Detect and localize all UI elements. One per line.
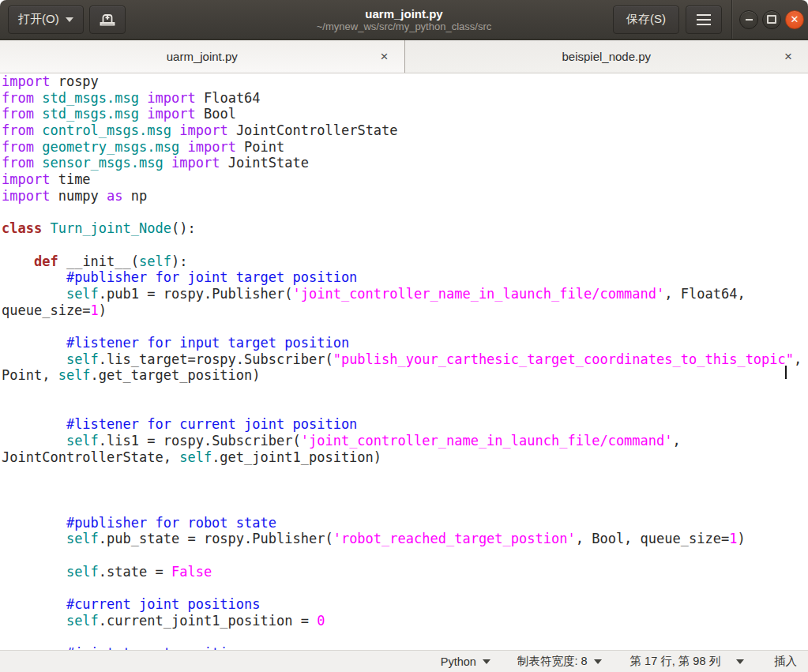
code-line[interactable] [2,384,808,400]
code-line[interactable]: Point, self.get_target_position) [2,367,808,384]
code-token [2,515,66,531]
code-line[interactable]: queue_size=1) [2,302,808,319]
code-line[interactable]: from sensor_msgs.msg import JointState [2,155,808,171]
code-token: self [66,564,99,580]
code-line[interactable]: #publisher for joint target position [2,269,808,286]
close-button[interactable]: ✕ [785,10,804,29]
chevron-down-icon [736,659,744,664]
code-line[interactable]: self.state = False [2,564,808,580]
code-token: 'robot_reached_target_postion' [333,531,576,546]
code-line[interactable] [2,482,808,498]
menu-button[interactable] [686,6,722,34]
code-token: .lis1 = rospy.Subscriber( [99,433,301,449]
open-button[interactable]: 打开(O) [8,6,84,34]
status-bar: Python 制表符宽度: 8 第 17 行, 第 98 列 插入 [0,650,808,672]
code-token: .pub_state = rospy.Publisher( [99,531,333,546]
code-line[interactable]: class Turn_joint_Node(): [2,220,808,237]
code-editor[interactable]: import rospyfrom std_msgs.msg import Flo… [0,73,808,650]
code-line[interactable]: self.current_joint1_position = 0 [2,613,808,629]
tab-width-selector[interactable]: 制表符宽度: 8 [517,654,602,669]
gedit-window: 打开(O) uarm_joint.py ~/mynew_ws/src/my_py… [0,0,808,672]
code-token: , Bool, queue_size= [576,531,729,546]
code-token: control_msgs.msg [42,122,171,138]
code-token: #listener for current joint position [66,416,357,432]
chevron-down-icon [483,659,490,664]
code-line[interactable]: JointControllerState, self.get_joint1_po… [2,449,808,466]
code-line[interactable]: #listener for current joint position [2,416,808,433]
code-line[interactable] [2,205,808,221]
code-token: geometry_msgs.msg [42,139,179,155]
code-token: , [794,351,802,367]
code-line[interactable] [2,318,808,335]
header-right-cluster: 保存(S) ✕ [613,0,808,39]
code-line[interactable]: #listener for input target position [2,335,808,351]
code-line[interactable] [2,237,808,253]
code-line[interactable]: import rospy [2,73,808,90]
code-line[interactable]: self.pub_state = rospy.Publisher('robot_… [2,531,808,547]
code-token: import [147,90,195,106]
code-token: import [187,139,235,155]
code-token [2,531,66,546]
code-token: sensor_msgs.msg [42,155,163,171]
code-token: Turn_joint_Node [50,220,171,236]
code-line[interactable]: self.lis_target=rospy.Subscriber("publis… [2,351,808,368]
cursor-position-label: 第 17 行, 第 98 列 [630,654,720,669]
code-line[interactable]: from std_msgs.msg import Bool [2,106,808,122]
code-line[interactable]: import numpy as np [2,188,808,205]
code-token [34,90,42,106]
code-line[interactable] [2,580,808,596]
minimize-button[interactable] [739,10,758,29]
code-token [34,106,42,122]
code-line[interactable]: self.lis1 = rospy.Subscriber('joint_cont… [2,433,808,449]
code-line[interactable]: self.pub1 = rospy.Publisher('joint_contr… [2,286,808,302]
code-token [34,155,42,171]
code-token: Float64 [196,90,261,106]
code-token: from [2,106,34,122]
language-selector[interactable]: Python [441,655,490,668]
code-token: from [2,122,34,138]
code-token: False [171,564,212,580]
tab-close-icon[interactable]: × [378,50,392,64]
cursor-position-button[interactable]: 第 17 行, 第 98 列 [630,654,744,669]
tab-close-icon[interactable]: × [781,50,795,64]
code-line[interactable] [2,547,808,564]
tab-beispiel-node[interactable]: beispiel_node.py × [404,40,808,73]
code-token: queue_size= [2,302,91,318]
maximize-button[interactable] [762,10,781,29]
save-button[interactable]: 保存(S) [613,6,679,34]
chevron-down-icon [66,17,73,22]
code-token: JointControllerState [228,122,398,138]
code-token: .get_joint1_position) [212,449,381,465]
code-token: 'joint_controller_name_in_launch_file/co… [301,433,673,449]
close-icon: ✕ [791,14,799,24]
code-token: class [2,220,42,236]
window-title: uarm_joint.py [365,7,442,21]
insert-mode-label: 插入 [774,654,797,669]
code-line[interactable] [2,400,808,417]
code-token [2,269,66,285]
code-line[interactable]: def __init__(self): [2,253,808,270]
code-line[interactable] [2,498,808,515]
code-line[interactable]: #publisher for robot state [2,515,808,531]
new-document-button[interactable] [89,6,126,34]
code-line[interactable]: from geometry_msgs.msg import Point [2,139,808,156]
code-token [139,90,147,106]
code-line[interactable]: from std_msgs.msg import Float64 [2,90,808,107]
code-token [163,155,171,171]
code-line[interactable] [2,629,808,645]
code-token: .lis_target=rospy.Subscriber( [99,351,333,367]
code-line[interactable]: from control_msgs.msg import JointContro… [2,122,808,139]
code-token: Point, [2,367,58,383]
window-subtitle-path: ~/mynew_ws/src/my_python_class/src [317,21,491,32]
tab-uarm-joint[interactable]: uarm_joint.py × [0,40,404,73]
open-button-label: 打开(O) [18,12,59,27]
code-token: #current joint positions [66,596,261,612]
code-token [2,351,66,367]
code-token [2,416,66,432]
code-token: 0 [317,613,325,629]
code-line[interactable] [2,466,808,482]
insert-mode-indicator: 插入 [774,654,797,669]
code-line[interactable]: import time [2,171,808,188]
code-line[interactable]: #current joint positions [2,596,808,613]
code-token [139,106,147,122]
